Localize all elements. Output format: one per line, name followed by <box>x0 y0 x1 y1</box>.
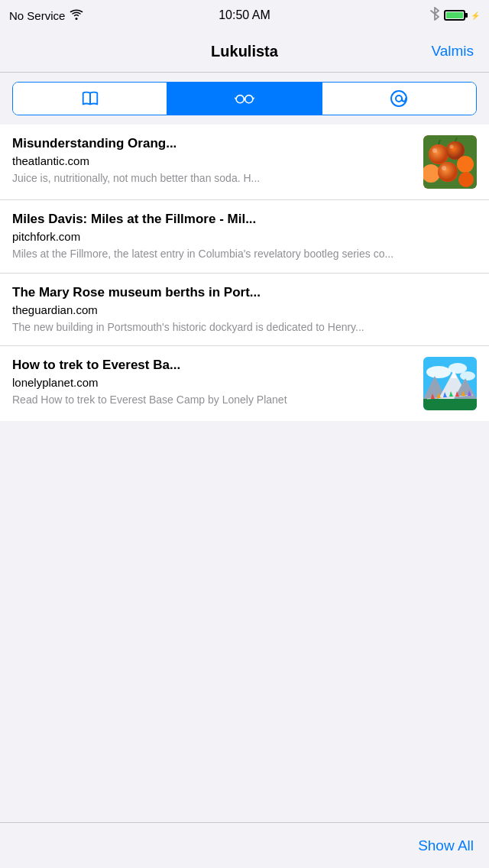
list-item[interactable]: Miles Davis: Miles at the Fillmore - Mil… <box>0 200 489 274</box>
charging-bolt: ⚡ <box>471 11 480 20</box>
svg-point-17 <box>442 166 446 170</box>
status-right: ⚡ <box>430 7 480 24</box>
item-source: lonelyplanet.com <box>12 376 414 389</box>
bluetooth-icon <box>430 7 439 24</box>
svg-point-23 <box>460 371 475 381</box>
segment-at[interactable] <box>322 83 476 115</box>
thumb-oranges-image <box>423 135 477 189</box>
item-title: Misunderstanding Orang... <box>12 135 414 152</box>
article-list: Misunderstanding Orang... theatlantic.co… <box>0 125 489 421</box>
item-thumbnail <box>423 135 477 189</box>
svg-point-1 <box>236 96 244 103</box>
list-item[interactable]: How to trek to Everest Ba... lonelyplane… <box>0 346 489 421</box>
item-source: theguardian.com <box>12 303 468 316</box>
item-desc: Juice is, nutritionally, not much better… <box>12 171 414 186</box>
svg-rect-28 <box>423 399 477 410</box>
status-left: No Service <box>9 9 83 22</box>
item-source: theatlantic.com <box>12 154 414 167</box>
item-desc: Miles at the Fillmore, the latest entry … <box>12 247 468 262</box>
segmented-control <box>12 82 477 115</box>
nav-title: Lukulista <box>211 43 278 60</box>
wifi-icon <box>70 9 83 22</box>
list-item[interactable]: Misunderstanding Orang... theatlantic.co… <box>0 125 489 200</box>
segment-book[interactable] <box>13 83 167 115</box>
svg-point-7 <box>429 144 449 164</box>
nav-bar: Lukulista Valmis <box>0 31 489 73</box>
item-title: The Mary Rose museum berths in Port... <box>12 284 468 301</box>
item-content: How to trek to Everest Ba... lonelyplane… <box>12 357 423 408</box>
svg-point-16 <box>450 145 454 149</box>
svg-point-21 <box>426 366 451 378</box>
segmented-control-wrap <box>0 73 489 125</box>
carrier-text: No Service <box>9 9 65 22</box>
item-title: How to trek to Everest Ba... <box>12 357 414 374</box>
svg-point-2 <box>245 96 253 103</box>
svg-point-0 <box>76 18 78 20</box>
item-source: pitchfork.com <box>12 230 468 243</box>
svg-point-13 <box>438 162 458 182</box>
item-thumbnail <box>423 357 477 410</box>
svg-point-3 <box>391 91 406 106</box>
footer-bar: Show All <box>0 822 489 868</box>
item-content: The Mary Rose museum berths in Port... t… <box>12 284 477 335</box>
item-desc: The new building in Portsmouth's histori… <box>12 320 468 335</box>
svg-point-4 <box>396 96 402 102</box>
item-content: Miles Davis: Miles at the Fillmore - Mil… <box>12 211 477 262</box>
svg-point-10 <box>457 156 474 173</box>
nav-action-button[interactable]: Valmis <box>431 43 474 60</box>
item-content: Misunderstanding Orang... theatlantic.co… <box>12 135 423 186</box>
svg-point-14 <box>458 172 474 187</box>
segment-glasses[interactable] <box>167 83 322 115</box>
battery-icon <box>444 10 465 21</box>
status-time: 10:50 AM <box>219 8 270 22</box>
svg-point-15 <box>432 148 437 153</box>
status-bar: No Service 10:50 AM ⚡ <box>0 0 489 31</box>
item-title: Miles Davis: Miles at the Fillmore - Mil… <box>12 211 468 228</box>
list-item[interactable]: The Mary Rose museum berths in Port... t… <box>0 274 489 347</box>
item-desc: Read How to trek to Everest Base Camp by… <box>12 393 414 408</box>
show-all-button[interactable]: Show All <box>418 837 474 854</box>
